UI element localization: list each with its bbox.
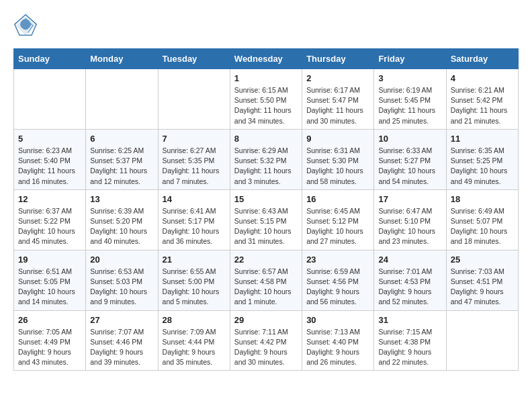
day-info: Sunrise: 6:15 AM Sunset: 5:50 PM Dayligh… <box>234 85 298 126</box>
week-row-1: 1Sunrise: 6:15 AM Sunset: 5:50 PM Daylig… <box>14 69 519 130</box>
day-number: 5 <box>18 134 81 144</box>
day-cell: 26Sunrise: 7:05 AM Sunset: 4:49 PM Dayli… <box>14 310 86 371</box>
day-info: Sunrise: 6:41 AM Sunset: 5:17 PM Dayligh… <box>163 206 226 247</box>
day-info: Sunrise: 7:11 AM Sunset: 4:42 PM Dayligh… <box>234 327 298 368</box>
week-row-2: 5Sunrise: 6:23 AM Sunset: 5:40 PM Daylig… <box>14 129 519 189</box>
day-number: 12 <box>18 194 81 204</box>
day-cell: 6Sunrise: 6:25 AM Sunset: 5:37 PM Daylig… <box>86 129 158 189</box>
logo <box>13 13 40 38</box>
day-cell: 12Sunrise: 6:37 AM Sunset: 5:22 PM Dayli… <box>14 189 86 250</box>
day-info: Sunrise: 6:39 AM Sunset: 5:20 PM Dayligh… <box>90 206 153 247</box>
col-header-monday: Monday <box>86 49 158 69</box>
day-cell <box>86 69 158 130</box>
day-info: Sunrise: 6:37 AM Sunset: 5:22 PM Dayligh… <box>18 206 81 247</box>
day-info: Sunrise: 6:45 AM Sunset: 5:12 PM Dayligh… <box>306 206 369 247</box>
day-cell: 18Sunrise: 6:49 AM Sunset: 5:07 PM Dayli… <box>446 189 518 250</box>
day-info: Sunrise: 7:09 AM Sunset: 4:44 PM Dayligh… <box>163 327 226 368</box>
day-info: Sunrise: 6:29 AM Sunset: 5:32 PM Dayligh… <box>234 146 298 187</box>
day-info: Sunrise: 6:25 AM Sunset: 5:37 PM Dayligh… <box>90 146 153 187</box>
day-cell: 2Sunrise: 6:17 AM Sunset: 5:47 PM Daylig… <box>302 69 374 130</box>
day-number: 3 <box>378 73 441 83</box>
day-info: Sunrise: 6:55 AM Sunset: 5:00 PM Dayligh… <box>163 267 226 308</box>
col-header-tuesday: Tuesday <box>158 49 230 69</box>
day-info: Sunrise: 6:59 AM Sunset: 4:56 PM Dayligh… <box>306 267 369 308</box>
page-header <box>13 13 519 38</box>
day-info: Sunrise: 6:43 AM Sunset: 5:15 PM Dayligh… <box>234 206 298 247</box>
day-cell: 24Sunrise: 7:01 AM Sunset: 4:53 PM Dayli… <box>374 250 446 310</box>
day-cell: 17Sunrise: 6:47 AM Sunset: 5:10 PM Dayli… <box>374 189 446 250</box>
day-number: 13 <box>90 194 153 204</box>
day-cell: 14Sunrise: 6:41 AM Sunset: 5:17 PM Dayli… <box>158 189 230 250</box>
day-cell: 15Sunrise: 6:43 AM Sunset: 5:15 PM Dayli… <box>230 189 302 250</box>
day-info: Sunrise: 6:53 AM Sunset: 5:03 PM Dayligh… <box>90 267 153 308</box>
day-cell: 4Sunrise: 6:21 AM Sunset: 5:42 PM Daylig… <box>446 69 518 130</box>
day-info: Sunrise: 6:49 AM Sunset: 5:07 PM Dayligh… <box>451 206 514 247</box>
week-row-4: 19Sunrise: 6:51 AM Sunset: 5:05 PM Dayli… <box>14 250 519 310</box>
day-cell: 19Sunrise: 6:51 AM Sunset: 5:05 PM Dayli… <box>14 250 86 310</box>
day-number: 24 <box>378 255 441 265</box>
day-info: Sunrise: 7:01 AM Sunset: 4:53 PM Dayligh… <box>378 267 441 308</box>
day-number: 25 <box>451 255 514 265</box>
day-cell: 10Sunrise: 6:33 AM Sunset: 5:27 PM Dayli… <box>374 129 446 189</box>
day-cell: 25Sunrise: 7:03 AM Sunset: 4:51 PM Dayli… <box>446 250 518 310</box>
day-cell: 29Sunrise: 7:11 AM Sunset: 4:42 PM Dayli… <box>230 310 302 371</box>
day-number: 15 <box>234 194 298 204</box>
day-number: 14 <box>163 194 226 204</box>
day-cell: 30Sunrise: 7:13 AM Sunset: 4:40 PM Dayli… <box>302 310 374 371</box>
day-cell: 3Sunrise: 6:19 AM Sunset: 5:45 PM Daylig… <box>374 69 446 130</box>
day-cell: 16Sunrise: 6:45 AM Sunset: 5:12 PM Dayli… <box>302 189 374 250</box>
day-info: Sunrise: 6:23 AM Sunset: 5:40 PM Dayligh… <box>18 146 81 187</box>
day-info: Sunrise: 6:17 AM Sunset: 5:47 PM Dayligh… <box>306 85 369 126</box>
day-cell: 9Sunrise: 6:31 AM Sunset: 5:30 PM Daylig… <box>302 129 374 189</box>
day-number: 4 <box>451 73 514 83</box>
week-row-5: 26Sunrise: 7:05 AM Sunset: 4:49 PM Dayli… <box>14 310 519 371</box>
day-number: 22 <box>234 255 298 265</box>
day-number: 31 <box>378 315 441 325</box>
day-info: Sunrise: 6:31 AM Sunset: 5:30 PM Dayligh… <box>306 146 369 187</box>
day-number: 21 <box>163 255 226 265</box>
header-row: SundayMondayTuesdayWednesdayThursdayFrid… <box>14 49 519 69</box>
day-info: Sunrise: 6:21 AM Sunset: 5:42 PM Dayligh… <box>451 85 514 126</box>
col-header-saturday: Saturday <box>446 49 518 69</box>
day-cell <box>446 310 518 371</box>
day-info: Sunrise: 6:47 AM Sunset: 5:10 PM Dayligh… <box>378 206 441 247</box>
day-cell: 27Sunrise: 7:07 AM Sunset: 4:46 PM Dayli… <box>86 310 158 371</box>
day-info: Sunrise: 7:05 AM Sunset: 4:49 PM Dayligh… <box>18 327 81 368</box>
calendar-table: SundayMondayTuesdayWednesdayThursdayFrid… <box>13 48 519 371</box>
day-info: Sunrise: 6:19 AM Sunset: 5:45 PM Dayligh… <box>378 85 441 126</box>
day-number: 19 <box>18 255 81 265</box>
day-number: 1 <box>234 73 298 83</box>
day-number: 17 <box>378 194 441 204</box>
day-number: 29 <box>234 315 298 325</box>
day-cell: 20Sunrise: 6:53 AM Sunset: 5:03 PM Dayli… <box>86 250 158 310</box>
day-number: 18 <box>451 194 514 204</box>
col-header-thursday: Thursday <box>302 49 374 69</box>
col-header-friday: Friday <box>374 49 446 69</box>
day-info: Sunrise: 7:13 AM Sunset: 4:40 PM Dayligh… <box>306 327 369 368</box>
day-number: 11 <box>451 134 514 144</box>
day-number: 23 <box>306 255 369 265</box>
day-info: Sunrise: 6:35 AM Sunset: 5:25 PM Dayligh… <box>451 146 514 187</box>
day-info: Sunrise: 7:07 AM Sunset: 4:46 PM Dayligh… <box>90 327 153 368</box>
week-row-3: 12Sunrise: 6:37 AM Sunset: 5:22 PM Dayli… <box>14 189 519 250</box>
logo-icon <box>13 13 38 38</box>
day-number: 28 <box>163 315 226 325</box>
day-number: 2 <box>306 73 369 83</box>
day-cell <box>158 69 230 130</box>
day-cell: 13Sunrise: 6:39 AM Sunset: 5:20 PM Dayli… <box>86 189 158 250</box>
day-cell <box>14 69 86 130</box>
day-cell: 21Sunrise: 6:55 AM Sunset: 5:00 PM Dayli… <box>158 250 230 310</box>
day-number: 26 <box>18 315 81 325</box>
col-header-wednesday: Wednesday <box>230 49 302 69</box>
day-cell: 22Sunrise: 6:57 AM Sunset: 4:58 PM Dayli… <box>230 250 302 310</box>
day-number: 10 <box>378 134 441 144</box>
day-number: 9 <box>306 134 369 144</box>
day-cell: 31Sunrise: 7:15 AM Sunset: 4:38 PM Dayli… <box>374 310 446 371</box>
day-info: Sunrise: 6:57 AM Sunset: 4:58 PM Dayligh… <box>234 267 298 308</box>
day-cell: 28Sunrise: 7:09 AM Sunset: 4:44 PM Dayli… <box>158 310 230 371</box>
day-info: Sunrise: 6:51 AM Sunset: 5:05 PM Dayligh… <box>18 267 81 308</box>
day-cell: 1Sunrise: 6:15 AM Sunset: 5:50 PM Daylig… <box>230 69 302 130</box>
col-header-sunday: Sunday <box>14 49 86 69</box>
day-number: 16 <box>306 194 369 204</box>
day-cell: 23Sunrise: 6:59 AM Sunset: 4:56 PM Dayli… <box>302 250 374 310</box>
